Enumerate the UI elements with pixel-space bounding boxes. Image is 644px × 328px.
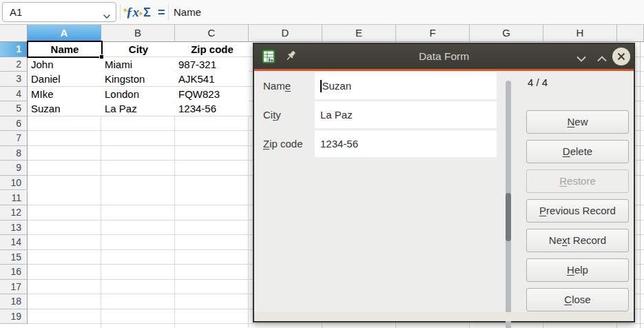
row-header-11[interactable]: 11 [0,191,28,206]
roll-down-icon[interactable] [576,53,587,65]
cell-A4[interactable]: MIke [28,87,101,101]
cell-reference: A1 [10,3,22,21]
cell-C1[interactable]: Zip code [176,42,249,57]
name-box[interactable]: A1 [2,2,116,22]
grid-line [640,42,641,328]
text-caret [320,80,322,92]
formula-input[interactable]: Name [174,0,201,24]
field-input-name[interactable]: Suzan [315,72,497,99]
data-form-dialog: Data Form NameSuzanCityLa PazZip code123… [253,43,635,322]
close-button[interactable]: Close [526,288,629,311]
scrollbar-thumb[interactable] [506,193,511,241]
row-header-4[interactable]: 4 [0,87,28,102]
column-header-F[interactable]: F [396,25,470,42]
column-header-A[interactable]: A [28,25,101,42]
row-header-7[interactable]: 7 [0,131,28,146]
row-header-16[interactable]: 16 [0,265,28,280]
row-header-18[interactable]: 18 [0,294,28,309]
row-header-12[interactable]: 12 [0,205,28,221]
row-header-19[interactable]: 19 [0,309,28,325]
field-input-city[interactable]: La Paz [315,101,497,128]
record-indicator: 4 / 4 [528,76,548,88]
cell-C2[interactable]: 987-321 [176,57,249,72]
fill-handle[interactable] [99,54,104,59]
separator [168,4,169,20]
field-label-zip-code: Zip code [263,130,303,157]
dialog-footer [254,312,634,321]
new-button[interactable]: New [526,110,629,134]
cell-B5[interactable]: La Paz [102,101,175,116]
previous-record-button[interactable]: Previous Record [526,199,629,223]
column-header-B[interactable]: B [101,25,175,42]
column-header-blank[interactable] [617,25,644,42]
roll-up-icon[interactable] [596,53,607,65]
row-header-2[interactable]: 2 [0,57,28,72]
row-header-15[interactable]: 15 [0,250,28,265]
row-header-3[interactable]: 3 [0,72,28,87]
chevron-down-icon[interactable] [103,10,111,22]
row-header-17[interactable]: 17 [0,280,28,295]
row-header-10[interactable]: 10 [0,176,28,191]
field-label-city: City [263,101,281,128]
row-header-5[interactable]: 5 [0,101,28,116]
separator [120,4,121,20]
close-icon[interactable] [612,48,630,65]
cell-B3[interactable]: Kingston [102,72,175,86]
row-header-8[interactable]: 8 [0,146,28,161]
select-all-corner[interactable] [0,25,28,42]
cell-A5[interactable]: Suzan [28,101,101,116]
next-record-button[interactable]: Next Record [526,229,629,252]
cell-C3[interactable]: AJK541 [176,72,249,86]
cell-B1[interactable]: City [102,42,175,57]
row-header-13[interactable]: 13 [0,221,28,236]
delete-button[interactable]: Delete [526,140,629,163]
libreoffice-calc-window: A1 ✦ƒx✦ Σ = Name ABCDEFGH 12345678910111… [0,0,644,328]
row-header-14[interactable]: 14 [0,235,28,250]
row-header-6[interactable]: 6 [0,116,28,132]
restore-button: Restore [526,170,629,193]
cell-A2[interactable]: John [28,57,101,72]
column-header-E[interactable]: E [322,25,396,42]
dialog-titlebar[interactable]: Data Form [254,44,634,69]
row-header-1[interactable]: 1 [0,42,28,57]
cell-C4[interactable]: FQW823 [176,87,249,101]
cell-C5[interactable]: 1234-56 [176,101,249,116]
field-input-zip-code[interactable]: 1234-56 [315,130,497,157]
cell-A1[interactable]: Name [28,42,101,57]
select-sum-icon[interactable]: Σ [143,3,151,22]
dialog-scrollbar[interactable] [506,81,511,328]
accent-line [254,69,634,71]
cell-B2[interactable]: Miami [102,57,175,72]
row-header-9[interactable]: 9 [0,161,28,176]
field-label-name: Name [263,72,291,99]
column-header-G[interactable]: G [470,25,543,42]
function-wizard-icon[interactable]: ✦ƒx✦ [126,3,139,22]
column-header-H[interactable]: H [543,25,617,42]
column-header-C[interactable]: C [175,25,249,42]
formula-bar: A1 ✦ƒx✦ Σ = Name [0,0,644,25]
cell-B4[interactable]: London [102,87,175,101]
column-header-D[interactable]: D [249,25,322,42]
formula-equals-icon[interactable]: = [158,3,165,22]
help-button[interactable]: Help [526,258,629,282]
cell-A3[interactable]: Daniel [28,72,101,86]
